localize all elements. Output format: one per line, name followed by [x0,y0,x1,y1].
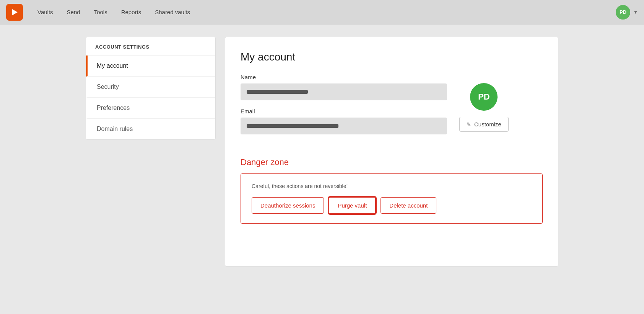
account-form-section: Name Email PD ✎ Customize [241,74,543,142]
email-field-value [241,118,447,134]
danger-zone-title: Danger zone [241,157,543,167]
page-title: My account [241,51,543,63]
email-blurred [247,124,338,128]
navbar: Vaults Send Tools Reports Shared vaults … [0,0,644,25]
danger-zone-box: Careful, these actions are not reversibl… [241,173,543,224]
danger-zone-section: Danger zone Careful, these actions are n… [241,157,543,224]
email-label: Email [241,108,447,114]
sidebar-item-security[interactable]: Security [86,77,215,98]
avatar-section: PD ✎ Customize [459,74,509,132]
avatar: PD [470,83,498,111]
sidebar-item-preferences[interactable]: Preferences [86,98,215,119]
edit-icon: ✎ [467,121,471,128]
nav-reports[interactable]: Reports [116,6,147,18]
deauthorize-sessions-button[interactable]: Deauthorize sessions [252,197,324,214]
sidebar-item-domain-rules[interactable]: Domain rules [86,119,215,139]
page-container: ACCOUNT SETTINGS My account Security Pre… [73,25,571,279]
user-menu-chevron[interactable]: ▼ [633,10,638,15]
logo-icon [10,8,19,17]
purge-vault-button[interactable]: Purge vault [329,197,376,214]
nav-shared-vaults[interactable]: Shared vaults [150,6,195,18]
form-fields: Name Email [241,74,447,142]
sidebar-item-my-account[interactable]: My account [86,56,215,77]
danger-buttons: Deauthorize sessions Purge vault Delete … [252,197,532,214]
customize-label: Customize [474,121,501,128]
sidebar: ACCOUNT SETTINGS My account Security Pre… [86,37,216,140]
name-label: Name [241,74,447,80]
nav-send[interactable]: Send [62,6,86,18]
name-field-value [241,83,447,100]
svg-marker-0 [12,9,18,15]
nav-vaults[interactable]: Vaults [32,6,59,18]
name-field-group: Name [241,74,447,100]
email-field-group: Email [241,108,447,134]
app-logo[interactable] [6,4,23,21]
danger-warning: Careful, these actions are not reversibl… [252,183,532,189]
nav-links: Vaults Send Tools Reports Shared vaults [32,6,616,18]
nav-tools[interactable]: Tools [89,6,113,18]
user-avatar-button[interactable]: PD [616,5,630,20]
main-content: My account Name Email PD [225,37,558,267]
name-blurred [247,90,308,94]
sidebar-header: ACCOUNT SETTINGS [86,37,215,56]
navbar-right: PD ▼ [616,5,638,20]
delete-account-button[interactable]: Delete account [381,197,436,214]
customize-button[interactable]: ✎ Customize [459,117,509,132]
